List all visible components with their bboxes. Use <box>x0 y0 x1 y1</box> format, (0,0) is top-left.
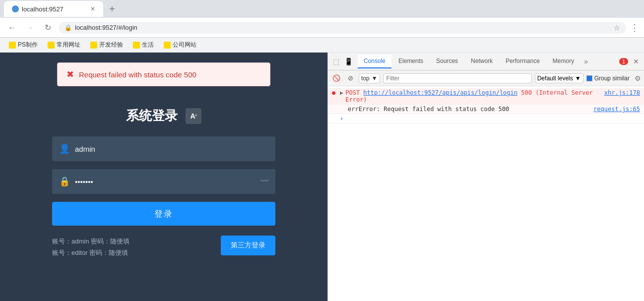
console-message-2: errError: Request failed with status cod… <box>348 106 593 113</box>
bookmark-star-icon[interactable]: ☆ <box>614 24 620 32</box>
bookmark-ps[interactable]: PS制作 <box>5 40 42 50</box>
devtools-right-actions: 1 ✕ <box>619 56 641 67</box>
expand-icon[interactable]: ▶ <box>340 89 343 96</box>
inspect-icon[interactable]: ⬚ <box>331 56 341 67</box>
http-method: POST <box>345 89 363 96</box>
error-banner: ✖ Request failed with status code 500 <box>57 62 270 86</box>
folder-icon <box>90 42 97 49</box>
folder-icon <box>9 42 16 49</box>
error-count-badge: 1 <box>619 58 628 65</box>
back-btn[interactable]: ← <box>5 21 19 35</box>
folder-icon <box>164 42 171 49</box>
error-circle-icon: ✖ <box>66 69 74 80</box>
login-title-text: 系统登录 <box>126 107 178 124</box>
error-message: Request failed with status code 500 <box>79 70 196 79</box>
bookmark-label: 公司网站 <box>173 41 196 49</box>
password-input[interactable] <box>75 178 256 186</box>
group-similar-text: Group similar <box>594 75 630 82</box>
lock-icon: 🔒 <box>64 24 72 31</box>
new-tab-btn[interactable]: + <box>109 3 115 15</box>
eye-icon[interactable]: 〰 <box>260 177 268 186</box>
bookmark-label: 生活 <box>142 41 154 49</box>
menu-btn[interactable]: ⋮ <box>630 22 639 33</box>
console-prompt-line: ● › <box>328 114 644 123</box>
bookmark-label: 常用网址 <box>57 41 80 49</box>
tab-performance[interactable]: Performance <box>500 55 546 68</box>
context-select[interactable]: top ▼ <box>359 73 380 83</box>
devtools-panel: ⬚ 📱 Console Elements Sources Network Per… <box>327 53 644 301</box>
login-page: ✖ Request failed with status code 500 系统… <box>0 53 327 301</box>
devtools-tabs: ⬚ 📱 Console Elements Sources Network Per… <box>328 53 644 70</box>
login-title-row: 系统登录 A ² <box>52 107 275 124</box>
address-box[interactable]: 🔒 localhost:9527/#/login ☆ <box>59 22 626 34</box>
lang-switch-btn[interactable]: A ² <box>186 108 201 124</box>
error-file-1[interactable]: xhr.js:178 <box>604 89 640 96</box>
tab-close-btn[interactable]: ✕ <box>90 5 95 12</box>
main-area: ✖ Request failed with status code 500 系统… <box>0 53 644 301</box>
bookmarks-bar: PS制作 常用网址 开发经验 生活 公司网站 <box>0 38 644 53</box>
login-button[interactable]: 登录 <box>52 202 275 226</box>
device-icon[interactable]: 📱 <box>342 56 355 67</box>
address-url: localhost:9527/#/login <box>75 24 607 31</box>
level-select[interactable]: Default levels ▼ <box>535 73 583 83</box>
hints-row: 账号：admin 密码：随便填 账号：editor 密码：随便填 第三方登录 <box>52 236 275 259</box>
console-settings-btn[interactable]: ⚙ <box>635 74 641 82</box>
browser-chrome: localhost:9527 ✕ + ← → ↻ 🔒 localhost:952… <box>0 0 644 53</box>
password-input-group: 🔒 〰 <box>52 169 275 194</box>
group-similar-checkbox[interactable] <box>586 75 592 81</box>
username-input[interactable] <box>75 145 268 153</box>
tab-title: localhost:9527 <box>22 5 64 13</box>
tab-console[interactable]: Console <box>358 55 391 68</box>
error-indicator-icon: ● <box>332 89 338 96</box>
devtools-left-icons: ⬚ 📱 <box>331 56 355 67</box>
console-content: ● ▶ POST http://localhost:9527/apis/apis… <box>328 86 644 301</box>
refresh-btn[interactable]: ↻ <box>41 21 55 35</box>
filter-input[interactable] <box>383 73 532 83</box>
tab-bar: localhost:9527 ✕ + <box>0 0 644 18</box>
bookmark-dev[interactable]: 开发经验 <box>86 40 127 50</box>
tab-favicon <box>12 5 19 12</box>
tab-network[interactable]: Network <box>465 55 499 68</box>
level-value: Default levels <box>537 75 573 82</box>
hint-line1: 账号：admin 密码：随便填 <box>52 236 129 247</box>
console-error-line-1: ● ▶ POST http://localhost:9527/apis/apis… <box>328 88 644 105</box>
error-url[interactable]: http://localhost:9527/apis/apis/login/lo… <box>363 89 517 96</box>
context-value: top <box>361 75 370 82</box>
hint-line2: 账号：editor 密码：随便填 <box>52 247 129 258</box>
third-party-login-btn[interactable]: 第三方登录 <box>221 236 275 255</box>
login-card: 系统登录 A ² 👤 🔒 〰 登录 账 <box>52 107 275 259</box>
bookmark-life[interactable]: 生活 <box>129 40 158 50</box>
level-dropdown-icon: ▼ <box>575 75 581 82</box>
tab-elements[interactable]: Elements <box>392 55 429 68</box>
console-clear-btn[interactable]: 🚫 <box>331 73 342 84</box>
tab-sources[interactable]: Sources <box>430 55 464 68</box>
context-dropdown-icon: ▼ <box>372 75 378 82</box>
error-indicator-2: ● <box>332 106 338 113</box>
console-prompt-symbol[interactable]: › <box>340 115 343 122</box>
folder-icon <box>133 42 140 49</box>
bookmark-common[interactable]: 常用网址 <box>44 40 84 50</box>
more-tabs-btn[interactable]: » <box>581 56 591 67</box>
console-error-line-2: ● errError: Request failed with status c… <box>328 105 644 114</box>
username-input-group: 👤 <box>52 136 275 161</box>
user-icon: 👤 <box>59 143 70 154</box>
folder-icon <box>48 42 55 49</box>
console-filter-btn[interactable]: ⊘ <box>345 73 356 84</box>
tab-memory[interactable]: Memory <box>547 55 580 68</box>
hints-text: 账号：admin 密码：随便填 账号：editor 密码：随便填 <box>52 236 129 259</box>
group-similar-label[interactable]: Group similar <box>586 75 630 82</box>
devtools-close-btn[interactable]: ✕ <box>631 56 641 67</box>
bookmark-company[interactable]: 公司网站 <box>160 40 200 50</box>
bookmark-label: PS制作 <box>18 41 38 49</box>
console-message-1: POST http://localhost:9527/apis/apis/log… <box>345 89 604 103</box>
active-tab[interactable]: localhost:9527 ✕ <box>4 1 103 17</box>
console-toolbar: 🚫 ⊘ top ▼ Default levels ▼ Group similar… <box>328 70 644 86</box>
bookmark-label: 开发经验 <box>99 41 123 49</box>
lock-input-icon: 🔒 <box>59 176 70 187</box>
forward-btn[interactable]: → <box>23 21 37 35</box>
address-bar-row: ← → ↻ 🔒 localhost:9527/#/login ☆ ⋮ <box>0 18 644 38</box>
error-file-2[interactable]: request.js:65 <box>593 106 640 113</box>
